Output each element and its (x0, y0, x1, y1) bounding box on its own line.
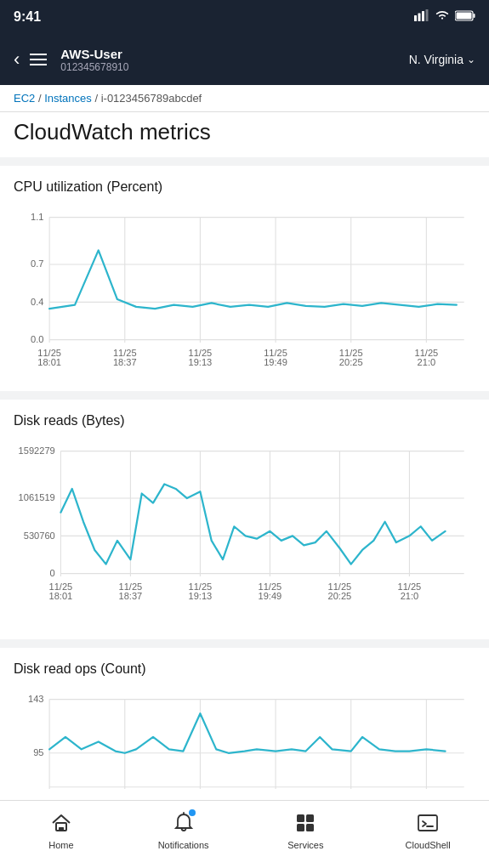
back-button[interactable]: ‹ (14, 48, 20, 71)
status-time: 9:41 (14, 9, 41, 25)
svg-rect-3 (426, 9, 429, 21)
x-label: 18:01 (49, 591, 73, 601)
disk-reads-chart-title: Disk reads (Bytes) (14, 413, 475, 428)
account-id: 012345678910 (60, 61, 398, 73)
y-label: 143 (28, 694, 43, 704)
x-label: 18:37 (113, 357, 137, 367)
header: ‹ AWS-User 012345678910 N. Virginia ⌄ (0, 34, 489, 85)
home-icon (48, 809, 75, 837)
x-label: 19:49 (264, 357, 287, 367)
y-label: 1061519 (19, 492, 55, 502)
x-label: 19:49 (259, 591, 282, 601)
nav-home[interactable]: Home (31, 809, 91, 850)
svg-rect-1 (418, 14, 421, 22)
terminal-icon (414, 809, 441, 837)
svg-rect-37 (59, 827, 64, 831)
nav-notifications[interactable]: Notifications (154, 809, 213, 850)
disk-reads-chart-section: Disk reads (Bytes) 1592279 1061519 53076… (0, 400, 489, 639)
disk-reads-chart-svg: 1592279 1061519 530760 0 11/25 (14, 437, 475, 626)
y-label: 1.1 (31, 212, 43, 222)
status-icons (414, 9, 475, 25)
disk-read-ops-chart-svg: 143 95 (14, 685, 475, 817)
svg-rect-43 (418, 815, 437, 831)
x-label: 20:25 (339, 357, 363, 367)
x-label: 19:13 (189, 591, 213, 601)
disk-read-ops-chart-title: Disk read ops (Count) (14, 661, 475, 677)
nav-notifications-label: Notifications (158, 840, 209, 850)
nav-cloudshell-label: CloudShell (406, 840, 451, 850)
y-label: 0.4 (31, 297, 43, 307)
notification-dot (189, 809, 196, 816)
x-label: 21:0 (401, 591, 419, 601)
x-label: 20:25 (328, 591, 352, 601)
svg-rect-5 (474, 14, 475, 18)
y-label: 1592279 (19, 445, 55, 456)
chevron-down-icon: ⌄ (467, 54, 475, 65)
svg-rect-2 (422, 11, 424, 21)
y-label: 0.7 (31, 258, 43, 269)
bottom-nav: Home Notifications Services (0, 800, 489, 868)
nav-cloudshell[interactable]: CloudShell (398, 809, 458, 850)
battery-icon (455, 9, 475, 25)
wifi-icon (435, 9, 450, 25)
user-info: AWS-User 012345678910 (60, 47, 398, 73)
y-label: 0 (50, 568, 55, 578)
cpu-chart-title: CPU utilization (Percent) (14, 179, 475, 195)
cpu-chart-container: 1.1 0.7 0.4 0.0 11/25 18: (14, 203, 475, 381)
page-title: CloudWatch metrics (14, 119, 475, 145)
cpu-chart-svg: 1.1 0.7 0.4 0.0 11/25 18: (14, 203, 475, 377)
x-label: 19:13 (189, 357, 213, 367)
svg-rect-0 (414, 15, 417, 21)
x-label: 18:01 (37, 357, 61, 367)
page-title-section: CloudWatch metrics (0, 112, 489, 157)
breadcrumb-instances[interactable]: Instances (44, 92, 92, 105)
signal-icon (414, 9, 429, 25)
svg-rect-6 (457, 13, 472, 20)
nav-services-label: Services (287, 840, 323, 850)
status-bar: 9:41 (0, 0, 489, 34)
svg-rect-39 (297, 814, 304, 822)
disk-reads-chart-container: 1592279 1061519 530760 0 11/25 (14, 437, 475, 629)
x-label: 21:0 (418, 357, 436, 367)
y-label: 530760 (24, 530, 55, 541)
bell-icon (170, 809, 197, 837)
svg-rect-42 (306, 824, 314, 831)
menu-button[interactable] (30, 54, 47, 65)
breadcrumb-ec2[interactable]: EC2 (14, 92, 35, 105)
region-selector[interactable]: N. Virginia ⌄ (409, 53, 475, 66)
grid-icon (292, 809, 319, 837)
username: AWS-User (60, 47, 398, 61)
nav-services[interactable]: Services (276, 809, 335, 850)
x-label: 18:37 (119, 591, 143, 601)
breadcrumb-instance-id: i-0123456789abcdef (101, 92, 202, 105)
breadcrumb: EC2 / Instances / i-0123456789abcdef (0, 85, 489, 112)
svg-rect-41 (297, 824, 304, 831)
cpu-chart-section: CPU utilization (Percent) 1.1 0.7 0.4 0.… (0, 166, 489, 391)
region-label: N. Virginia (409, 53, 463, 66)
svg-rect-40 (306, 814, 314, 822)
y-label: 0.0 (31, 334, 43, 344)
nav-home-label: Home (48, 840, 73, 850)
y-label: 95 (33, 747, 43, 757)
